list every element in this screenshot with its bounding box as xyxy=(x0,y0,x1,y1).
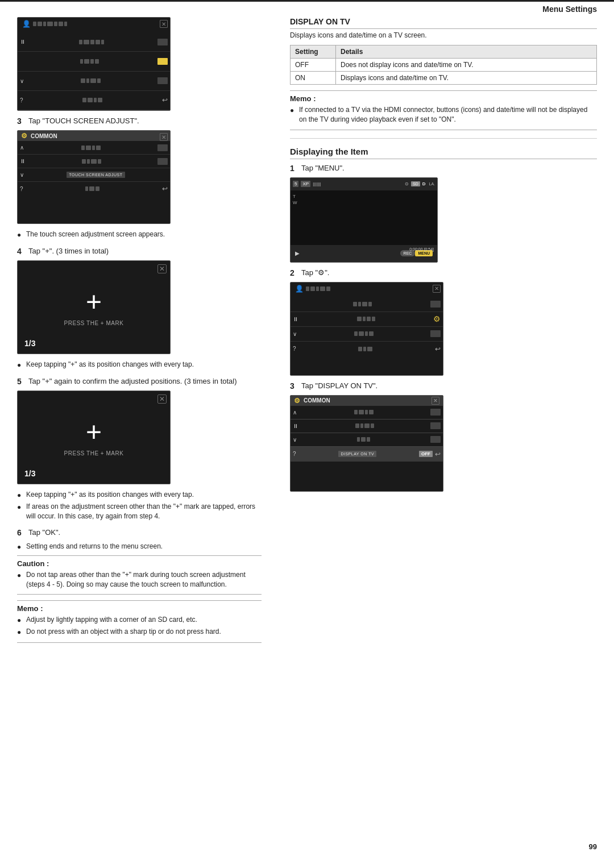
step-6-block: 6 Tap "OK". xyxy=(17,528,262,537)
setting-on: ON xyxy=(291,72,336,85)
timecode: 0:00:00 [0:54] xyxy=(409,247,434,251)
plus-screen-2: ✕ + PRESS THE + MARK 1/3 xyxy=(17,391,171,484)
display-on-tv-row-label: DISPLAY ON TV xyxy=(338,451,376,457)
detail-on: Displays icons and date/time on TV. xyxy=(336,72,597,85)
playback-bottom-bar: ▶ 0:00:00 [0:54] REC MENU xyxy=(291,245,437,262)
table-header-setting: Setting xyxy=(291,45,336,59)
bullet-list-2: ● Keep tapping "+" as its position chang… xyxy=(17,360,262,370)
bullet-item: ● The touch screen adjustment screen app… xyxy=(17,230,262,240)
caution-title: Caution : xyxy=(17,559,262,568)
bullet-list-4: ● Setting ends and returns to the menu s… xyxy=(17,542,262,552)
sd-badge: SD xyxy=(411,181,420,186)
bullet-list-1: ● The touch screen adjustment screen app… xyxy=(17,230,262,240)
right-step-3-block: 3 Tap "DISPLAY ON TV". xyxy=(290,381,597,391)
quality-icon: XP xyxy=(301,181,310,187)
caution-text-1: Do not tap areas other than the "+" mark… xyxy=(26,570,262,589)
close-icon-3: ✕ xyxy=(157,264,167,273)
step-4-number: 4 xyxy=(17,247,26,256)
page-title: Menu Settings xyxy=(542,5,597,14)
step-5-text: Tap "+" again to confirm the adjusted po… xyxy=(28,377,237,385)
memo-item-right-1: ● If connected to a TV via the HDMI conn… xyxy=(290,105,597,124)
right-step-1-number: 1 xyxy=(290,164,299,173)
bullet-text-3a: Keep tapping "+" as its position changes… xyxy=(26,490,194,500)
fraction-1: 1/3 xyxy=(24,339,35,348)
settings-table: Setting Details OFF Does not display ico… xyxy=(290,45,597,85)
display-tv-common-header: ⚙ COMMON ✕ xyxy=(291,396,443,406)
table-row-on: ON Displays icons and date/time on TV. xyxy=(291,72,597,85)
step-3-block: 3 Tap "TOUCH SCREEN ADJUST". xyxy=(17,117,262,126)
right-step-1-block: 1 Tap "MENU". xyxy=(290,164,597,173)
gear-icon-tv: ⚙ xyxy=(294,397,300,405)
step-4-block: 4 Tap "+". (3 times in total) xyxy=(17,247,262,256)
off-badge: OFF xyxy=(419,451,433,457)
page-number: 99 xyxy=(589,842,597,851)
caution-item-1: ● Do not tap areas other than the "+" ma… xyxy=(17,570,262,589)
bullet-text-2: Keep tapping "+" as its position changes… xyxy=(26,360,194,369)
step-6-number: 6 xyxy=(17,528,26,537)
right-step-2-block: 2 Tap "⚙". xyxy=(290,268,597,277)
camera-screen-common: ✕ ⚙ COMMON ∧ ⏸ ∨ TOUCH SCREEN ADJUST xyxy=(17,130,171,224)
t-label: T xyxy=(293,194,297,199)
display-tv-common-label: COMMON xyxy=(304,397,330,404)
fraction-2: 1/3 xyxy=(24,469,35,478)
close-icon: ✕ xyxy=(160,20,168,28)
right-step-1-text: Tap "MENU". xyxy=(301,164,345,172)
step-4-text: Tap "+". (3 times in total) xyxy=(28,247,109,255)
plus-sign-2: + xyxy=(86,418,102,446)
play-icon: ▶ xyxy=(295,250,300,256)
setting-off: OFF xyxy=(291,59,336,72)
close-icon-5: ✕ xyxy=(433,285,441,293)
playback-screen: 5 XP |||||||| ⊙ SD D LA. T W ▶ 0:00:00 [… xyxy=(290,177,438,263)
step-5-block: 5 Tap "+" again to confirm the adjusted … xyxy=(17,377,262,386)
common-header: ⚙ COMMON xyxy=(18,131,170,141)
bullet-item-3b: ● If areas on the adjustment screen othe… xyxy=(17,502,262,521)
memo-box-right: Memo : ● If connected to a TV via the HD… xyxy=(290,90,597,130)
gear-icon: ⚙ xyxy=(21,132,27,140)
mode-icon: 5 xyxy=(293,181,298,187)
display-on-tv-section: DISPLAY ON TV Displays icons and date/ti… xyxy=(290,17,597,130)
displaying-item-section: Displaying the Item 1 Tap "MENU". 5 XP |… xyxy=(290,147,597,492)
close-icon-6: ✕ xyxy=(432,397,439,405)
memo-text-2: Do not press with an object with a sharp… xyxy=(26,627,221,637)
detail-off: Does not display icons and date/time on … xyxy=(336,59,597,72)
bullet-list-3: ● Keep tapping "+" as its position chang… xyxy=(17,490,262,521)
tw-labels: T W xyxy=(293,194,297,205)
bullet-text-3b: If areas on the adjustment screen other … xyxy=(26,502,262,521)
playback-top-bar: 5 XP |||||||| ⊙ SD D LA. xyxy=(291,178,437,190)
top-border xyxy=(0,0,614,2)
bullet-text: The touch screen adjustment screen appea… xyxy=(26,230,165,239)
plus-screen-1: ✕ + PRESS THE + MARK 1/3 xyxy=(17,260,171,354)
memo-title: Memo : xyxy=(17,604,262,613)
bullet-item-3a: ● Keep tapping "+" as its position chang… xyxy=(17,490,262,500)
display-on-tv-sub: Displays icons and date/time on a TV scr… xyxy=(290,31,597,39)
close-icon-4: ✕ xyxy=(157,394,167,404)
section-divider xyxy=(290,138,597,139)
memo-box: Memo : ● Adjust by lightly tapping with … xyxy=(17,600,262,643)
camera-screen-initial: ✕ 👤 ⏸ xyxy=(17,17,171,111)
right-step-2-number: 2 xyxy=(290,268,299,277)
camera-screen-gear: ✕ 👤 - ⏸ xyxy=(290,282,443,376)
table-header-details: Details xyxy=(336,45,597,59)
bullet-item-4: ● Setting ends and returns to the menu s… xyxy=(17,542,262,552)
step-3-text: Tap "TOUCH SCREEN ADJUST". xyxy=(28,117,139,125)
displaying-item-title: Displaying the Item xyxy=(290,147,597,159)
left-column: ✕ 👤 ⏸ xyxy=(17,17,262,649)
memo-item-1: ● Adjust by lightly tapping with a corne… xyxy=(17,615,262,625)
press-mark-text-2: PRESS THE + MARK xyxy=(64,450,124,456)
memo-text-right-1: If connected to a TV via the HDMI connec… xyxy=(299,105,597,124)
press-mark-text-1: PRESS THE + MARK xyxy=(64,320,124,326)
right-step-3-number: 3 xyxy=(290,381,299,391)
step-6-text: Tap "OK". xyxy=(28,528,60,537)
step-5-number: 5 xyxy=(17,377,26,386)
bullet-item-2: ● Keep tapping "+" as its position chang… xyxy=(17,360,262,370)
close-icon-2: ✕ xyxy=(160,133,168,141)
w-label: W xyxy=(293,200,297,205)
step-3-number: 3 xyxy=(17,117,26,126)
display-tv-screen: ⚙ COMMON ✕ ∧ ⏸ xyxy=(290,395,443,492)
plus-sign: + xyxy=(86,288,102,315)
display-on-tv-title: DISPLAY ON TV xyxy=(290,17,597,29)
memo-title-right: Memo : xyxy=(290,94,597,103)
caution-box: Caution : ● Do not tap areas other than … xyxy=(17,555,262,595)
right-step-2-text: Tap "⚙". xyxy=(301,268,329,277)
table-row-off: OFF Does not display icons and date/time… xyxy=(291,59,597,72)
